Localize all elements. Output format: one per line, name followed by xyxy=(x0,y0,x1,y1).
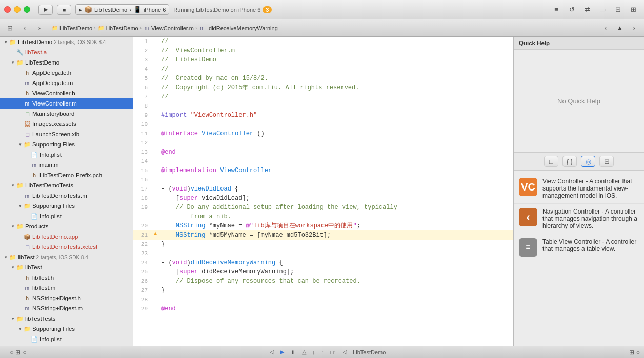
single-pane-button[interactable]: ▭ xyxy=(596,4,609,15)
breadcrumb-viewcontroller-m[interactable]: m ViewController.m xyxy=(143,25,194,32)
item-label-supporting-3: Supporting Files xyxy=(32,326,75,332)
run-status: Running LibTestDemo on iPhone 6 3 xyxy=(173,6,272,13)
panel-doc-button[interactable]: □ xyxy=(544,156,558,167)
sidebar-item-prefix-pch[interactable]: h LibTestDemo-Prefix.pch xyxy=(0,170,133,180)
breadcrumb-libtestdemo1[interactable]: 📁 LibTestDemo xyxy=(51,25,92,32)
panel-circle-button[interactable]: ◎ xyxy=(581,156,595,167)
code-line-4: 4 // xyxy=(133,65,513,74)
sidebar-item-viewcontroller-h[interactable]: h ViewController.h xyxy=(0,88,133,98)
disclosure-supporting[interactable] xyxy=(16,141,24,148)
sidebar-item-nsstring-digest-h[interactable]: h NSString+Digest.h xyxy=(0,293,133,303)
sidebar-item-main-storyboard[interactable]: ◻ Main.storyboard xyxy=(0,109,133,119)
status-play[interactable]: ▶ xyxy=(280,349,284,355)
sidebar-item-nsstring-digest-m[interactable]: m NSString+Digest.m xyxy=(0,303,133,313)
sidebar: 📁 LibTestDemo 2 targets, iOS SDK 8.4 🔧 l… xyxy=(0,37,133,346)
status-add-icon[interactable]: + xyxy=(4,349,8,356)
list-view-button[interactable]: ≡ xyxy=(550,4,563,15)
multi-pane-button[interactable]: ⊞ xyxy=(627,4,640,15)
breadcrumb-method[interactable]: m -didReceiveMemoryWarning xyxy=(198,25,277,32)
sidebar-item-libtest-root[interactable]: 📁 libTest 2 targets, iOS SDK 8.4 xyxy=(0,252,133,262)
warning-badge[interactable]: 3 xyxy=(263,6,272,13)
sidebar-item-viewcontroller-m[interactable]: m ViewController.m xyxy=(0,98,133,109)
stop-button[interactable]: ■ xyxy=(57,5,71,15)
split-pane-button[interactable]: ⊟ xyxy=(611,4,625,15)
sidebar-item-images-xcassets[interactable]: 🖼 Images.xcassets xyxy=(0,119,133,129)
file-m-icon-main: m xyxy=(31,161,38,169)
panel-brackets-button[interactable]: { } xyxy=(562,156,577,167)
next-button[interactable]: › xyxy=(33,22,46,34)
nav-prev-button[interactable]: ‹ xyxy=(599,22,612,34)
sidebar-item-libtestdemo-root[interactable]: 📁 LibTestDemo 2 targets, iOS SDK 8.4 xyxy=(0,37,133,47)
back-forward-button[interactable]: ⇄ xyxy=(580,4,594,15)
disclosure-libtestdemo-group[interactable] xyxy=(9,59,16,66)
status-share[interactable]: □↑ xyxy=(330,349,336,355)
status-pause[interactable]: ⏸ xyxy=(290,349,296,355)
status-step3[interactable]: ↑ xyxy=(321,349,324,355)
suggestion-navigation-controller[interactable]: ‹ Navigation Controller - A controller t… xyxy=(514,204,644,234)
play-button[interactable]: ▶ xyxy=(38,5,53,15)
minimize-button[interactable] xyxy=(14,6,21,13)
grid-view-button[interactable]: ⊞ xyxy=(3,22,16,34)
suggestion-view-controller[interactable]: VC View Controller - A controller that s… xyxy=(514,174,644,204)
sidebar-item-libtest-h[interactable]: h libTest.h xyxy=(0,272,133,283)
disclosure-libtest-root[interactable] xyxy=(2,254,9,261)
refresh-button[interactable]: ↺ xyxy=(565,4,578,15)
sidebar-item-libtestdemotests[interactable]: 📁 LibTestDemoTests xyxy=(0,180,133,191)
disclosure-libtests[interactable] xyxy=(9,315,16,322)
sidebar-item-supporting-files-2[interactable]: 📁 Supporting Files xyxy=(0,201,133,211)
line-number-6: 6 xyxy=(133,83,152,92)
sidebar-item-libtest-a[interactable]: 🔧 libTest.a xyxy=(0,47,133,57)
line-number-4: 4 xyxy=(133,65,152,74)
nav-warning-button[interactable]: ▲ xyxy=(613,22,627,34)
sidebar-item-libtests[interactable]: 📁 libTestTests xyxy=(0,313,133,324)
disclosure-products[interactable] xyxy=(9,223,16,230)
sidebar-item-appdelegate-h[interactable]: h AppDelegate.h xyxy=(0,68,133,78)
sidebar-item-supporting-files[interactable]: 📁 Supporting Files xyxy=(0,139,133,150)
disclosure-libtestdemo[interactable] xyxy=(2,38,9,46)
sidebar-item-libtestdemo-group[interactable]: 📁 LibTestDemo xyxy=(0,57,133,68)
sidebar-item-launchscreen[interactable]: ◻ LaunchScreen.xib xyxy=(0,129,133,139)
status-ring-icon[interactable]: ○ xyxy=(23,349,26,356)
status-step2[interactable]: ↓ xyxy=(312,349,315,355)
sidebar-item-info-plist-3[interactable]: 📄 Info.plist xyxy=(0,334,133,344)
disclosure-libtestdemotests[interactable] xyxy=(9,182,16,189)
sidebar-item-products[interactable]: 📁 Products xyxy=(0,221,133,231)
breadcrumb-sep-2: › xyxy=(140,25,142,31)
panel-square-button[interactable]: ⊟ xyxy=(599,156,614,167)
suggestion-table-view-controller[interactable]: ≡ Table View Controller - A controller t… xyxy=(514,234,644,261)
line-number-21: 21 xyxy=(133,230,152,240)
status-grid-right[interactable]: ⊞ xyxy=(629,349,634,356)
maximize-button[interactable] xyxy=(24,6,30,13)
sidebar-item-libtest-group[interactable]: 📁 libTest xyxy=(0,262,133,272)
titlebar-right: ≡ ↺ ⇄ ▭ ⊟ ⊞ xyxy=(550,4,640,15)
status-circle-right[interactable]: ○ xyxy=(636,349,640,356)
sidebar-item-info-plist[interactable]: 📄 Info.plist xyxy=(0,150,133,160)
sidebar-item-libtestdemo-app[interactable]: 📦 LibTestDemo.app xyxy=(0,231,133,242)
disclosure-supporting-3[interactable] xyxy=(16,325,24,332)
breadcrumb-libtestdemo2[interactable]: 📁 LibTestDemo xyxy=(97,25,138,32)
status-share2[interactable]: ◁ xyxy=(343,349,347,355)
status-grid-icon[interactable]: ⊞ xyxy=(15,349,21,356)
disclosure-libtest-group[interactable] xyxy=(9,264,16,271)
disclosure-supporting-2[interactable] xyxy=(16,202,24,209)
status-nav-prev[interactable]: ◁ xyxy=(270,349,274,355)
main-area: 📁 LibTestDemo 2 targets, iOS SDK 8.4 🔧 l… xyxy=(0,37,644,346)
sidebar-item-info-plist-2[interactable]: 📄 Info.plist xyxy=(0,211,133,221)
prev-button[interactable]: ‹ xyxy=(18,22,31,34)
nav-next-button[interactable]: › xyxy=(628,22,641,34)
file-m-icon-libtest: m xyxy=(24,284,31,291)
line-number-27: 27 xyxy=(133,286,152,295)
sidebar-item-supporting-files-3[interactable]: 📁 Supporting Files xyxy=(0,324,133,334)
sidebar-item-libtest-m[interactable]: m libTest.m xyxy=(0,283,133,293)
status-step[interactable]: △ xyxy=(302,349,306,355)
sidebar-item-libtestdemotests-m[interactable]: m LibTestDemoTests.m xyxy=(0,191,133,201)
sidebar-item-libtestdemotests-xctest[interactable]: ◻ LibTestDemoTests.xctest xyxy=(0,242,133,252)
plist-icon-2: 📄 xyxy=(31,213,38,220)
sidebar-item-main-m[interactable]: m main.m xyxy=(0,160,133,170)
scheme-selector[interactable]: ▸ 📦 LibTestDemo › 📱 iPhone 6 xyxy=(75,4,169,15)
sidebar-item-appdelegate-m[interactable]: m AppDelegate.m xyxy=(0,78,133,88)
code-editor[interactable]: 1 // 2 // ViewController.m 3 // LibTestD… xyxy=(133,37,513,346)
status-circle-icon[interactable]: ○ xyxy=(10,349,13,356)
close-button[interactable] xyxy=(4,6,11,13)
code-7: // xyxy=(159,92,513,101)
